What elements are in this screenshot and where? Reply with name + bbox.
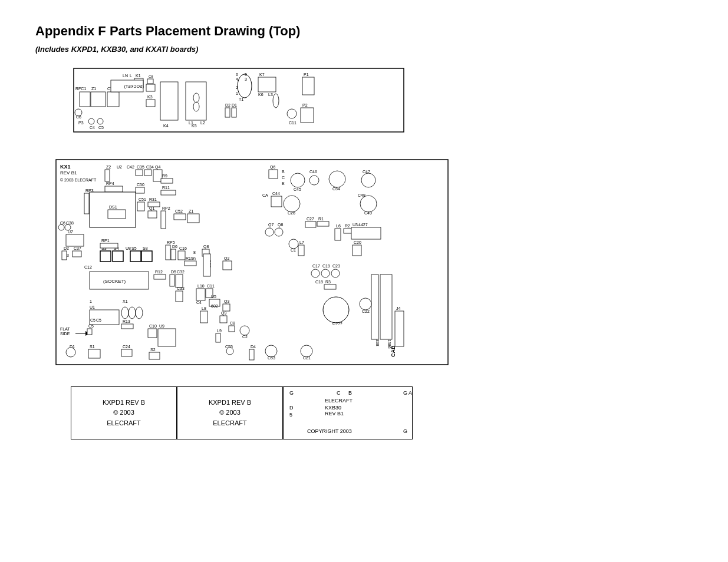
svg-text:C2: C2 bbox=[242, 335, 248, 339]
svg-text:C51: C51 bbox=[139, 197, 146, 201]
svg-text:n: n bbox=[193, 256, 196, 260]
svg-text:Q3: Q3 bbox=[224, 299, 229, 304]
svg-text:Q9: Q9 bbox=[221, 311, 226, 316]
svg-point-99 bbox=[58, 224, 64, 230]
svg-point-243 bbox=[311, 269, 319, 277]
svg-rect-194 bbox=[269, 170, 278, 178]
svg-text:C35: C35 bbox=[137, 165, 144, 169]
corner-c: C bbox=[337, 390, 341, 396]
svg-text:C5: C5 bbox=[98, 125, 104, 130]
svg-rect-111 bbox=[113, 251, 123, 262]
svg-text:REV B1: REV B1 bbox=[60, 170, 77, 176]
svg-rect-155 bbox=[223, 304, 230, 311]
svg-text:L9: L9 bbox=[217, 329, 222, 333]
svg-rect-113 bbox=[100, 243, 118, 248]
svg-text:R31: R31 bbox=[149, 197, 157, 201]
svg-rect-52 bbox=[302, 77, 314, 95]
svg-point-211 bbox=[360, 196, 377, 212]
svg-text:CA: CA bbox=[262, 193, 268, 197]
svg-rect-250 bbox=[324, 285, 336, 289]
svg-rect-190 bbox=[121, 349, 132, 356]
svg-text:C8: C8 bbox=[230, 321, 235, 325]
svg-text:S1: S1 bbox=[90, 345, 95, 349]
svg-rect-84 bbox=[137, 202, 144, 211]
svg-text:Q7: Q7 bbox=[268, 223, 274, 227]
svg-text:C6: C6 bbox=[76, 115, 81, 119]
svg-rect-223 bbox=[335, 229, 341, 240]
tb3-d: D bbox=[289, 405, 294, 411]
svg-text:R1: R1 bbox=[318, 217, 324, 221]
title-block-1-line3: ELECRAFT bbox=[107, 418, 140, 429]
svg-rect-188 bbox=[158, 329, 176, 346]
svg-rect-232 bbox=[298, 245, 304, 256]
svg-text:L10: L10 bbox=[197, 284, 205, 288]
svg-text:C44: C44 bbox=[272, 191, 280, 196]
svg-text:L2: L2 bbox=[200, 121, 205, 125]
svg-text:S2: S2 bbox=[150, 348, 156, 352]
corner-b: B bbox=[348, 390, 352, 396]
svg-text:C45: C45 bbox=[294, 187, 301, 191]
svg-rect-163 bbox=[216, 333, 220, 342]
svg-text:SIDE: SIDE bbox=[60, 332, 70, 336]
svg-point-259 bbox=[301, 345, 312, 357]
title-block-2: KXPD1 REV B © 2003 ELECRAFT bbox=[177, 386, 283, 439]
svg-rect-238 bbox=[371, 275, 378, 339]
svg-rect-120 bbox=[166, 245, 170, 260]
svg-rect-118 bbox=[141, 251, 152, 262]
svg-text:L7: L7 bbox=[299, 240, 304, 244]
svg-rect-62 bbox=[105, 170, 110, 181]
svg-rect-217 bbox=[317, 222, 329, 226]
svg-rect-122 bbox=[171, 249, 176, 260]
svg-text:K6: K6 bbox=[258, 92, 263, 97]
svg-text:RP5: RP5 bbox=[167, 240, 175, 244]
svg-text:602: 602 bbox=[211, 304, 218, 308]
svg-text:1386: 1386 bbox=[387, 339, 391, 349]
svg-text:1: 1 bbox=[236, 91, 238, 95]
svg-text:J4: J4 bbox=[396, 306, 401, 310]
svg-rect-241 bbox=[395, 311, 404, 346]
svg-text:C: C bbox=[282, 176, 285, 180]
svg-point-10 bbox=[88, 118, 94, 124]
svg-rect-26 bbox=[160, 82, 178, 120]
svg-rect-96 bbox=[108, 210, 126, 219]
svg-text:Z1: Z1 bbox=[91, 87, 96, 91]
svg-text:B: B bbox=[282, 170, 285, 174]
svg-rect-48 bbox=[225, 108, 230, 117]
title-block-3: G C B G A ELECRAFT KXB30 REV B1 D 5 COPY… bbox=[283, 386, 413, 439]
corner-g1: G bbox=[289, 390, 294, 396]
svg-text:L3: L3 bbox=[268, 92, 273, 97]
svg-rect-22 bbox=[147, 79, 153, 84]
svg-text:K4: K4 bbox=[163, 124, 169, 128]
svg-text:C11: C11 bbox=[207, 284, 215, 288]
svg-rect-239 bbox=[380, 275, 392, 339]
svg-text:C37: C37 bbox=[74, 246, 81, 250]
svg-text:R13: R13 bbox=[123, 319, 130, 323]
svg-rect-234 bbox=[353, 245, 361, 256]
svg-text:2: 2 bbox=[236, 85, 238, 90]
svg-text:U7: U7 bbox=[68, 230, 73, 234]
svg-rect-92 bbox=[174, 214, 186, 220]
page-title: Appendix F Parts Placement Drawing (Top) bbox=[35, 24, 693, 39]
svg-text:C21: C21 bbox=[303, 356, 311, 360]
svg-text:Q8: Q8 bbox=[203, 244, 209, 249]
svg-rect-168 bbox=[90, 310, 119, 325]
svg-text:8: 8 bbox=[193, 250, 196, 254]
svg-text:Z2: Z2 bbox=[106, 165, 111, 169]
svg-rect-116 bbox=[130, 251, 141, 262]
tb3-g-bottom: G bbox=[403, 428, 407, 434]
svg-text:C22: C22 bbox=[362, 309, 370, 313]
svg-rect-94 bbox=[187, 214, 199, 223]
corner-g2: G bbox=[403, 390, 407, 396]
svg-text:C33: C33 bbox=[177, 286, 185, 290]
svg-text:C46: C46 bbox=[309, 170, 317, 174]
svg-rect-75 bbox=[136, 187, 144, 193]
svg-rect-157 bbox=[220, 316, 227, 323]
svg-text:C20: C20 bbox=[354, 240, 361, 244]
svg-text:338: 338 bbox=[375, 339, 380, 346]
svg-rect-139 bbox=[170, 275, 174, 286]
svg-rect-130 bbox=[203, 254, 210, 276]
svg-text:R2: R2 bbox=[345, 224, 350, 228]
title-block-2-line1: KXPD1 REV B bbox=[209, 398, 251, 408]
svg-text:C42: C42 bbox=[127, 165, 134, 169]
svg-rect-21 bbox=[146, 84, 155, 91]
